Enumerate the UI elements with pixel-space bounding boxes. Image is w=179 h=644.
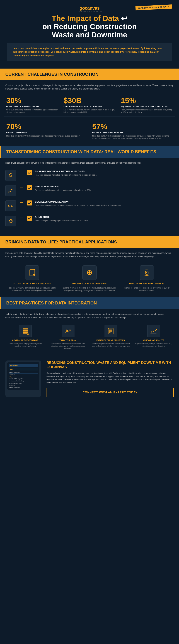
stat-number-4: 70%	[6, 123, 87, 130]
practices-grid: CENTRALIZE DATA STORAGE: Centralized sys…	[0, 323, 179, 355]
practice-icon-2	[62, 325, 74, 338]
app-digital-tools: GO DIGITAL WITH TOOLS AND APPS: Tools li…	[5, 266, 59, 292]
benefit-icon-4	[5, 216, 16, 226]
practice-establish: ESTABLISH CLEAR PROCESSES: Standardized …	[91, 325, 131, 350]
stat-project-overruns: 70% PROJECT OVERRUNS More than two-third…	[4, 120, 90, 142]
practices-intro: To fully realize the benefits of data-dr…	[0, 309, 179, 323]
practice-title-2: TRAIN YOUR TEAM:	[48, 339, 88, 342]
benefit-ai-insights: — AI INSIGHTS: AI technologies predict p…	[5, 216, 174, 226]
cta-content: REDUCING CONSTRUCTION WASTE AND EQUIPMEN…	[46, 360, 174, 397]
benefit-title-3: SEAMLESS COMMUNICATION:	[35, 200, 122, 203]
app-title-1: GO DIGITAL WITH TOOLS AND APPS:	[5, 282, 59, 285]
benefit-desc-4: AI technologies predict project risks wi…	[35, 219, 88, 222]
svg-rect-0	[8, 172, 14, 179]
phone-tasks-label: Tasks	[10, 368, 37, 370]
benefit-title-2: PREDICTIVE POWER:	[35, 185, 91, 188]
title-part3: Waste and Downtime	[52, 30, 127, 39]
title-part1: The Impact of Data	[52, 14, 119, 22]
stat-number-3: 15%	[121, 97, 173, 104]
practice-train: TRAIN YOUR TEAM: Comprehensive training …	[48, 325, 88, 350]
benefit-icon-2	[5, 185, 16, 196]
stat-desc-2: Labor inefficiencies accounted for an es…	[64, 109, 116, 114]
connector-3: —	[19, 200, 24, 204]
practice-title-3: ESTABLISH CLEAR PROCESSES:	[91, 339, 131, 342]
practice-title-4: MONITOR AND ANALYZE:	[134, 339, 174, 342]
svg-rect-4	[27, 170, 32, 175]
transform-title: TRANSFORMING CONSTRUCTION WITH DATA: REA…	[6, 149, 174, 154]
practice-icon-3	[104, 325, 117, 338]
app-bim: IMPLEMENT BIM FOR PRECISION: Building in…	[63, 266, 116, 292]
svg-point-15	[12, 220, 12, 221]
practice-icon-4	[147, 325, 160, 338]
svg-rect-2	[10, 176, 12, 177]
app-desc-1: Tools like GoCanvas can enhance data acc…	[5, 286, 59, 292]
practice-desc-4: Regular data analysis helps optimize res…	[134, 342, 174, 348]
title-part2: on Reducing Construction	[42, 22, 136, 31]
benefit-icon-3	[5, 200, 16, 211]
practical-intro: Implementing data-driven solutions like …	[0, 248, 179, 262]
practice-desc-2: Comprehensive training ensures effective…	[48, 342, 88, 350]
connect-expert-button[interactable]: CONNECT WITH AN EXPERT TODAY	[46, 388, 174, 397]
stat-material-waste: 30% MOUNTAINS OF MATERIAL WASTE Up to 30…	[4, 94, 61, 116]
cta-phone-mockup: go canvas Tasks Team 1 Daily Report 04/1…	[5, 360, 41, 397]
challenges-title: CURRENT CHALLENGES IN CONSTRUCTION	[5, 72, 174, 77]
practice-monitor: MONITOR AND ANALYZE: Regular data analys…	[134, 325, 174, 350]
benefit-content-2: PREDICTIVE POWER: Predictive analytics c…	[35, 185, 91, 192]
svg-rect-6	[27, 185, 32, 190]
practice-title-1: CENTRALIZE DATA STORAGE:	[5, 339, 46, 342]
app-desc-3: Internet of Things (IoT) sensors can pre…	[120, 286, 174, 292]
stat-desc-1: Up to 30% of building materials delivere…	[6, 109, 58, 114]
title-arrow: ↩	[121, 14, 127, 22]
apps-grid: GO DIGITAL WITH TOOLS AND APPS: Tools li…	[0, 262, 179, 298]
cta-body: Stop wasting time and money. Revolutioni…	[46, 372, 174, 384]
practices-section: BEST PRACTICES FOR DATA INTEGRATION To f…	[0, 297, 179, 355]
stats-grid-row1: 30% MOUNTAINS OF MATERIAL WASTE Up to 30…	[0, 94, 179, 120]
stat-number-2: $30B	[64, 97, 116, 104]
benefit-title-1: SMARTER DECISIONS, BETTER OUTCOMES:	[35, 170, 97, 173]
phone-screen: go canvas Tasks Team 1 Daily Report 04/1…	[7, 362, 40, 390]
benefit-content-1: SMARTER DECISIONS, BETTER OUTCOMES: Real…	[35, 170, 97, 176]
svg-point-14	[9, 220, 10, 221]
phone-today-label: Today	[8, 376, 38, 378]
practice-centralize: CENTRALIZE DATA STORAGE: Centralized sys…	[5, 325, 46, 350]
header: gocanvas A NEMETSCHEK COMPANY TRANSFORM …	[0, 0, 179, 68]
stat-financial-drain: 57% FINANCIAL DRAIN FROM WASTE More than…	[90, 120, 176, 142]
check-1	[27, 170, 32, 175]
stat-desc-4: More than two-thirds (70%) of constructi…	[6, 135, 87, 137]
stat-label-1: MOUNTAINS OF MATERIAL WASTE	[6, 105, 58, 108]
svg-point-27	[88, 272, 90, 274]
benefit-seamless-communication: — SEAMLESS COMMUNICATION: Data integrati…	[5, 200, 174, 211]
svg-rect-16	[27, 216, 32, 221]
cta-title: REDUCING CONSTRUCTION WASTE AND EQUIPMEN…	[46, 360, 174, 369]
intro-text: Learn how data-driven strategies in cons…	[13, 46, 166, 58]
challenges-section: CURRENT CHALLENGES IN CONSTRUCTION Const…	[0, 68, 179, 146]
check-4	[27, 216, 32, 221]
app-title-3: DEPLOY IOT FOR MAINTENANCE:	[120, 282, 174, 285]
phone-logo: go canvas	[10, 364, 18, 366]
svg-rect-12	[8, 218, 14, 224]
phone-row-2: Team 1 - Safety Inspection	[8, 378, 38, 380]
practice-desc-1: Centralized systems simplify data analys…	[5, 342, 46, 348]
svg-point-39	[27, 332, 29, 335]
practice-desc-3: Standardized processes ensure effective …	[91, 342, 131, 348]
svg-point-34	[146, 272, 147, 273]
benefit-smarter-decisions: — SMARTER DECISIONS, BETTER OUTCOMES: Re…	[5, 170, 174, 181]
transform-section: TRANSFORMING CONSTRUCTION WITH DATA: REA…	[0, 146, 179, 236]
stat-equipment-downtime: 15% EQUIPMENT DOWNTIME DRAGS OUT PROJECT…	[118, 94, 176, 116]
benefit-icon-1	[5, 170, 16, 181]
stat-label-4: PROJECT OVERRUNS	[6, 131, 87, 134]
practice-icon-1	[19, 325, 32, 338]
challenges-header: CURRENT CHALLENGES IN CONSTRUCTION	[0, 68, 179, 80]
app-icon-iot	[140, 266, 154, 280]
check-3	[27, 200, 32, 206]
connector-1: —	[19, 170, 24, 174]
app-iot: DEPLOY IOT FOR MAINTENANCE: Internet of …	[120, 266, 174, 292]
connector-4: —	[19, 216, 24, 220]
benefit-desc-1: Real-time data can help align field and …	[35, 174, 97, 176]
stat-label-5: FINANCIAL DRAIN FROM WASTE	[92, 131, 173, 134]
benefit-title-4: AI INSIGHTS:	[35, 216, 88, 218]
app-icon-bim	[82, 266, 97, 280]
practices-title: BEST PRACTICES FOR DATA INTEGRATION	[6, 300, 174, 306]
connector-2: —	[19, 185, 24, 189]
practical-header: BRINGING DATA TO LIFE: PRACTICAL APPLICA…	[0, 236, 179, 248]
